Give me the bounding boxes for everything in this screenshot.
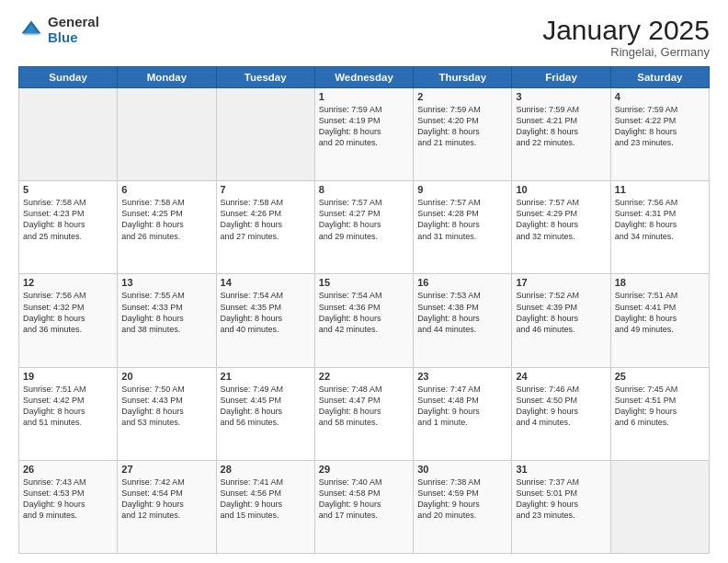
calendar-cell: 7Sunrise: 7:58 AM Sunset: 4:26 PM Daylig… — [216, 181, 314, 274]
day-number: 22 — [319, 371, 409, 382]
day-number: 28 — [221, 464, 311, 475]
day-info: Sunrise: 7:46 AM Sunset: 4:50 PM Dayligh… — [516, 384, 606, 429]
logo-general-text: General — [48, 15, 99, 30]
day-number: 31 — [516, 464, 606, 475]
day-info: Sunrise: 7:51 AM Sunset: 4:42 PM Dayligh… — [23, 384, 113, 429]
day-number: 1 — [319, 91, 409, 102]
calendar-cell — [610, 460, 709, 553]
calendar-cell: 19Sunrise: 7:51 AM Sunset: 4:42 PM Dayli… — [19, 367, 118, 460]
calendar-cell: 14Sunrise: 7:54 AM Sunset: 4:35 PM Dayli… — [216, 274, 314, 367]
calendar-cell: 22Sunrise: 7:48 AM Sunset: 4:47 PM Dayli… — [314, 367, 413, 460]
day-info: Sunrise: 7:54 AM Sunset: 4:36 PM Dayligh… — [319, 290, 409, 335]
day-info: Sunrise: 7:48 AM Sunset: 4:47 PM Dayligh… — [319, 384, 409, 429]
day-info: Sunrise: 7:38 AM Sunset: 4:59 PM Dayligh… — [417, 477, 507, 522]
calendar-cell: 11Sunrise: 7:56 AM Sunset: 4:31 PM Dayli… — [610, 181, 709, 274]
day-number: 14 — [221, 277, 311, 288]
day-info: Sunrise: 7:59 AM Sunset: 4:20 PM Dayligh… — [417, 104, 507, 149]
day-info: Sunrise: 7:59 AM Sunset: 4:22 PM Dayligh… — [615, 104, 705, 149]
calendar-cell: 5Sunrise: 7:58 AM Sunset: 4:23 PM Daylig… — [19, 181, 118, 274]
day-info: Sunrise: 7:37 AM Sunset: 5:01 PM Dayligh… — [516, 477, 606, 522]
calendar-cell: 31Sunrise: 7:37 AM Sunset: 5:01 PM Dayli… — [512, 460, 610, 553]
day-info: Sunrise: 7:42 AM Sunset: 4:54 PM Dayligh… — [121, 477, 211, 522]
day-info: Sunrise: 7:52 AM Sunset: 4:39 PM Dayligh… — [516, 290, 606, 335]
calendar-cell: 2Sunrise: 7:59 AM Sunset: 4:20 PM Daylig… — [414, 88, 512, 181]
day-number: 15 — [319, 277, 409, 288]
day-number: 10 — [516, 184, 606, 195]
day-info: Sunrise: 7:55 AM Sunset: 4:33 PM Dayligh… — [121, 290, 211, 335]
calendar-cell: 15Sunrise: 7:54 AM Sunset: 4:36 PM Dayli… — [314, 274, 413, 367]
weekday-header-friday: Friday — [512, 67, 610, 88]
calendar-cell: 18Sunrise: 7:51 AM Sunset: 4:41 PM Dayli… — [610, 274, 709, 367]
day-number: 11 — [615, 184, 705, 195]
month-title: January 2025 — [542, 15, 710, 45]
day-info: Sunrise: 7:54 AM Sunset: 4:35 PM Dayligh… — [221, 290, 311, 335]
day-number: 16 — [417, 277, 507, 288]
day-number: 20 — [121, 371, 211, 382]
calendar-cell: 25Sunrise: 7:45 AM Sunset: 4:51 PM Dayli… — [610, 367, 709, 460]
day-number: 18 — [615, 277, 705, 288]
day-number: 8 — [319, 184, 409, 195]
day-number: 3 — [516, 91, 606, 102]
day-number: 17 — [516, 277, 606, 288]
title-block: January 2025 Ringelai, Germany — [542, 15, 710, 59]
day-number: 7 — [221, 184, 311, 195]
weekday-header-monday: Monday — [118, 67, 216, 88]
calendar-cell — [118, 88, 216, 181]
calendar-cell: 29Sunrise: 7:40 AM Sunset: 4:58 PM Dayli… — [314, 460, 413, 553]
calendar-cell: 9Sunrise: 7:57 AM Sunset: 4:28 PM Daylig… — [414, 181, 512, 274]
day-number: 26 — [23, 464, 113, 475]
weekday-header-wednesday: Wednesday — [314, 67, 413, 88]
weekday-header-tuesday: Tuesday — [216, 67, 314, 88]
calendar-cell: 12Sunrise: 7:56 AM Sunset: 4:32 PM Dayli… — [19, 274, 118, 367]
day-number: 2 — [417, 91, 507, 102]
calendar-cell: 28Sunrise: 7:41 AM Sunset: 4:56 PM Dayli… — [216, 460, 314, 553]
calendar-cell: 13Sunrise: 7:55 AM Sunset: 4:33 PM Dayli… — [118, 274, 216, 367]
calendar-cell: 24Sunrise: 7:46 AM Sunset: 4:50 PM Dayli… — [512, 367, 610, 460]
calendar-cell: 8Sunrise: 7:57 AM Sunset: 4:27 PM Daylig… — [314, 181, 413, 274]
week-row-3: 12Sunrise: 7:56 AM Sunset: 4:32 PM Dayli… — [19, 274, 710, 367]
calendar-cell: 27Sunrise: 7:42 AM Sunset: 4:54 PM Dayli… — [118, 460, 216, 553]
weekday-header-sunday: Sunday — [19, 67, 118, 88]
day-info: Sunrise: 7:45 AM Sunset: 4:51 PM Dayligh… — [615, 384, 705, 429]
day-info: Sunrise: 7:57 AM Sunset: 4:28 PM Dayligh… — [417, 197, 507, 242]
day-info: Sunrise: 7:47 AM Sunset: 4:48 PM Dayligh… — [417, 384, 507, 429]
logo-blue-text: Blue — [48, 30, 99, 46]
day-number: 19 — [23, 371, 113, 382]
logo-text: General Blue — [48, 15, 99, 45]
weekday-header-saturday: Saturday — [610, 67, 709, 88]
day-info: Sunrise: 7:50 AM Sunset: 4:43 PM Dayligh… — [121, 384, 211, 429]
calendar-cell — [216, 88, 314, 181]
calendar-cell: 20Sunrise: 7:50 AM Sunset: 4:43 PM Dayli… — [118, 367, 216, 460]
calendar-cell: 17Sunrise: 7:52 AM Sunset: 4:39 PM Dayli… — [512, 274, 610, 367]
calendar-cell: 1Sunrise: 7:59 AM Sunset: 4:19 PM Daylig… — [314, 88, 413, 181]
day-number: 9 — [417, 184, 507, 195]
logo-icon — [18, 17, 44, 43]
week-row-2: 5Sunrise: 7:58 AM Sunset: 4:23 PM Daylig… — [19, 181, 710, 274]
day-info: Sunrise: 7:57 AM Sunset: 4:27 PM Dayligh… — [319, 197, 409, 242]
day-number: 23 — [417, 371, 507, 382]
calendar-cell — [19, 88, 118, 181]
weekday-header-row: SundayMondayTuesdayWednesdayThursdayFrid… — [19, 67, 710, 88]
calendar-cell: 26Sunrise: 7:43 AM Sunset: 4:53 PM Dayli… — [19, 460, 118, 553]
day-number: 13 — [121, 277, 211, 288]
weekday-header-thursday: Thursday — [414, 67, 512, 88]
day-info: Sunrise: 7:43 AM Sunset: 4:53 PM Dayligh… — [23, 477, 113, 522]
calendar-cell: 10Sunrise: 7:57 AM Sunset: 4:29 PM Dayli… — [512, 181, 610, 274]
day-number: 5 — [23, 184, 113, 195]
day-number: 24 — [516, 371, 606, 382]
day-info: Sunrise: 7:59 AM Sunset: 4:19 PM Dayligh… — [319, 104, 409, 149]
week-row-5: 26Sunrise: 7:43 AM Sunset: 4:53 PM Dayli… — [19, 460, 710, 553]
calendar-cell: 6Sunrise: 7:58 AM Sunset: 4:25 PM Daylig… — [118, 181, 216, 274]
day-number: 30 — [417, 464, 507, 475]
calendar-cell: 4Sunrise: 7:59 AM Sunset: 4:22 PM Daylig… — [610, 88, 709, 181]
day-info: Sunrise: 7:56 AM Sunset: 4:32 PM Dayligh… — [23, 290, 113, 335]
calendar-cell: 23Sunrise: 7:47 AM Sunset: 4:48 PM Dayli… — [414, 367, 512, 460]
day-number: 25 — [615, 371, 705, 382]
day-info: Sunrise: 7:56 AM Sunset: 4:31 PM Dayligh… — [615, 197, 705, 242]
day-info: Sunrise: 7:58 AM Sunset: 4:23 PM Dayligh… — [23, 197, 113, 242]
day-info: Sunrise: 7:58 AM Sunset: 4:25 PM Dayligh… — [121, 197, 211, 242]
logo: General Blue — [18, 15, 99, 45]
day-number: 4 — [615, 91, 705, 102]
day-number: 21 — [221, 371, 311, 382]
day-number: 29 — [319, 464, 409, 475]
